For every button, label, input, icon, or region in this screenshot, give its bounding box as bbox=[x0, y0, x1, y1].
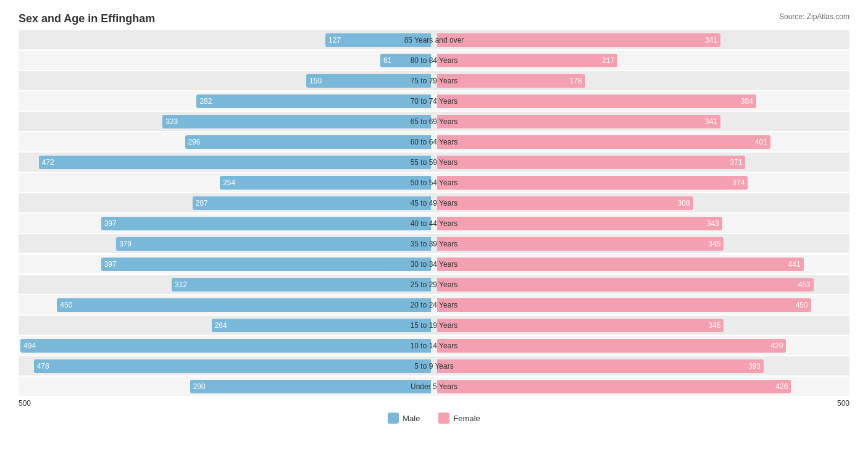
female-bar: 393 bbox=[437, 359, 764, 373]
female-bar: 441 bbox=[437, 258, 804, 271]
right-section: 345 bbox=[434, 316, 849, 335]
right-section: 371 bbox=[434, 153, 849, 172]
right-section: 384 bbox=[434, 91, 849, 111]
left-section: 254 bbox=[19, 173, 434, 192]
male-value-inside: 478 bbox=[34, 362, 49, 371]
female-value-inside: 178 bbox=[570, 77, 585, 85]
female-bar: 345 bbox=[437, 237, 724, 251]
female-value-inside: 420 bbox=[770, 342, 786, 350]
female-bar: 371 bbox=[437, 156, 745, 169]
male-value-inside: 323 bbox=[162, 117, 178, 126]
left-section: 478 bbox=[19, 356, 434, 375]
male-bar: 450 bbox=[57, 298, 431, 312]
bar-row: 127 85 Years and over 341 bbox=[19, 30, 849, 49]
right-section: 426 bbox=[434, 377, 849, 396]
female-bar: 401 bbox=[437, 135, 770, 149]
left-section: 287 bbox=[19, 193, 434, 212]
female-bar: 426 bbox=[437, 380, 791, 393]
bar-row: 296 60 to 64 Years 401 bbox=[19, 132, 849, 151]
legend-male-color bbox=[388, 413, 399, 424]
bar-row: 312 25 to 29 Years 453 bbox=[19, 275, 849, 294]
right-section: 450 bbox=[434, 295, 849, 314]
legend-male-label: Male bbox=[403, 414, 420, 423]
female-bar: 343 bbox=[437, 217, 722, 230]
female-value-inside: 441 bbox=[788, 260, 804, 269]
source-text: Source: ZipAtlas.com bbox=[779, 12, 849, 21]
right-axis-label: 500 bbox=[837, 399, 849, 408]
bar-row: 450 20 to 24 Years 450 bbox=[19, 295, 849, 314]
left-section: 450 bbox=[19, 295, 434, 314]
bar-row: 472 55 to 59 Years 371 bbox=[19, 153, 849, 172]
chart-container: Sex and Age in Effingham Source: ZipAtla… bbox=[0, 0, 868, 457]
female-bar: 420 bbox=[437, 339, 786, 353]
male-bar: 478 bbox=[34, 359, 431, 373]
male-bar: 287 bbox=[193, 196, 431, 210]
left-section: 127 bbox=[19, 30, 434, 49]
male-bar: 127 bbox=[325, 33, 431, 47]
female-value-inside: 308 bbox=[678, 199, 693, 208]
male-bar: 150 bbox=[306, 74, 431, 88]
legend: Male Female bbox=[19, 413, 849, 424]
male-value-inside: 282 bbox=[196, 97, 212, 106]
female-value-inside: 343 bbox=[707, 219, 722, 228]
male-bar: 397 bbox=[101, 217, 431, 230]
right-section: 453 bbox=[434, 275, 849, 294]
right-section: 308 bbox=[434, 193, 849, 212]
legend-female-label: Female bbox=[453, 414, 480, 423]
male-value-inside: 397 bbox=[101, 260, 117, 269]
female-bar: 450 bbox=[437, 298, 811, 312]
bar-row: 287 45 to 49 Years 308 bbox=[19, 193, 849, 212]
male-value-inside: 290 bbox=[190, 382, 206, 391]
female-bar: 374 bbox=[437, 176, 748, 190]
male-bar: 61 bbox=[380, 54, 431, 67]
female-bar: 345 bbox=[437, 319, 724, 332]
male-bar: 264 bbox=[212, 319, 431, 332]
female-bar: 178 bbox=[437, 74, 585, 88]
left-section: 61 bbox=[19, 51, 434, 70]
female-bar: 384 bbox=[437, 94, 756, 108]
right-section: 420 bbox=[434, 336, 849, 355]
bar-row: 264 15 to 19 Years 345 bbox=[19, 316, 849, 335]
male-bar: 282 bbox=[196, 94, 431, 108]
chart-area: 127 85 Years and over 341 61 80 to 84 Ye… bbox=[19, 30, 849, 396]
female-value-inside: 345 bbox=[708, 240, 724, 248]
right-section: 178 bbox=[434, 71, 849, 90]
male-value-inside: 450 bbox=[57, 301, 72, 309]
male-value-inside: 296 bbox=[185, 138, 201, 146]
left-axis-label: 500 bbox=[19, 399, 31, 408]
female-value-inside: 450 bbox=[796, 301, 811, 309]
male-bar: 379 bbox=[116, 237, 431, 251]
male-value-inside: 397 bbox=[101, 219, 117, 228]
bar-row: 379 35 to 39 Years 345 bbox=[19, 234, 849, 253]
female-bar: 217 bbox=[437, 54, 617, 67]
left-section: 397 bbox=[19, 214, 434, 233]
female-bar: 341 bbox=[437, 115, 720, 128]
bar-row: 494 10 to 14 Years 420 bbox=[19, 336, 849, 355]
left-section: 472 bbox=[19, 153, 434, 172]
female-value-inside: 401 bbox=[755, 138, 770, 146]
male-value-inside: 61 bbox=[380, 56, 391, 65]
male-value-inside: 264 bbox=[212, 321, 227, 330]
male-value-inside: 150 bbox=[306, 77, 322, 85]
male-value-inside: 472 bbox=[39, 158, 54, 167]
female-value-inside: 453 bbox=[798, 280, 814, 289]
male-value-inside: 287 bbox=[193, 199, 208, 208]
female-bar: 341 bbox=[437, 33, 720, 47]
right-section: 401 bbox=[434, 132, 849, 151]
right-section: 441 bbox=[434, 254, 849, 274]
right-section: 393 bbox=[434, 356, 849, 375]
bar-row: 290 Under 5 Years 426 bbox=[19, 377, 849, 396]
male-bar: 323 bbox=[162, 115, 431, 128]
bar-row: 282 70 to 74 Years 384 bbox=[19, 91, 849, 111]
female-value-inside: 341 bbox=[705, 36, 720, 44]
male-bar: 312 bbox=[172, 278, 431, 291]
female-value-inside: 384 bbox=[741, 97, 756, 106]
male-value-inside: 127 bbox=[325, 36, 341, 44]
female-value-inside: 217 bbox=[602, 56, 617, 65]
left-section: 264 bbox=[19, 316, 434, 335]
left-section: 296 bbox=[19, 132, 434, 151]
right-section: 345 bbox=[434, 234, 849, 253]
female-bar: 308 bbox=[437, 196, 693, 210]
female-value-inside: 393 bbox=[748, 362, 764, 371]
male-bar: 290 bbox=[190, 380, 431, 393]
